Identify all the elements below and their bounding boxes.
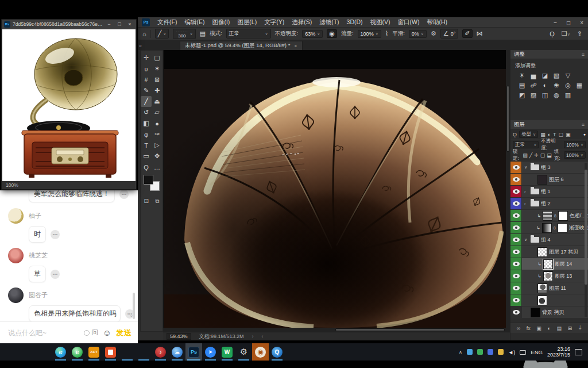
edge-browser[interactable]: e — [52, 343, 69, 361]
green-browser[interactable]: e — [69, 343, 86, 361]
layer-effects-icon[interactable]: fx — [527, 325, 531, 331]
brush-preset-picker[interactable]: ╱∨ — [155, 29, 169, 39]
layer-thumbnail[interactable] — [537, 247, 547, 257]
brush-tool[interactable]: ╱ — [141, 96, 152, 107]
group-expand-arrow[interactable]: › — [524, 202, 529, 206]
avatar[interactable] — [8, 248, 24, 263]
remote-app[interactable]: ➤ — [202, 343, 219, 361]
marquee-tool[interactable]: ▢ — [152, 52, 163, 63]
layer-row[interactable]: ∨ ↳ 8 组 3 — [510, 162, 588, 174]
eraser-tool[interactable]: ▱ — [152, 107, 163, 118]
vibrance-icon[interactable]: ▽ — [564, 72, 572, 79]
settings-app[interactable]: ⚙ — [235, 343, 252, 361]
type-tool[interactable]: T — [141, 140, 152, 151]
lock-artboard-icon[interactable]: ▢ — [540, 152, 546, 158]
brush-settings-panel-icon[interactable]: ▤ — [200, 30, 206, 37]
tray-app-icon-blue[interactable] — [467, 349, 473, 355]
layer-row[interactable]: ∨ ↳ 8 组 4 — [510, 234, 588, 246]
layer-thumbnail[interactable] — [537, 175, 547, 185]
close-icon[interactable]: × — [580, 20, 583, 26]
menu-item[interactable]: 3D(D) — [347, 18, 363, 26]
lock-transparent-pixels-icon[interactable]: ▨ — [523, 152, 528, 158]
brush-angle-field[interactable]: ∠0° — [440, 29, 458, 39]
move-tool[interactable]: ✛ — [141, 52, 152, 63]
lock-all-icon[interactable]: ⬓ — [547, 152, 552, 158]
tray-app-icon-indigo[interactable] — [488, 349, 493, 355]
menu-item[interactable]: 文字(Y) — [264, 18, 284, 26]
layer-row[interactable]: ↳ 8 图层 13 — [510, 270, 588, 282]
smoothing-select[interactable]: 0%∨ — [409, 30, 427, 38]
layer-thumbnail[interactable] — [542, 223, 552, 233]
clone-stamp-tool[interactable]: ⏏ — [152, 96, 163, 107]
close-tab-icon[interactable]: × — [294, 43, 297, 49]
filter-type-select[interactable]: 类型∨ — [519, 131, 538, 138]
layers-panel-header[interactable]: 图层 ≡ — [510, 120, 588, 129]
eyedropper-tool[interactable]: ✎ — [141, 85, 152, 96]
layer-visibility-toggle[interactable] — [510, 234, 522, 246]
color-balance-icon[interactable]: ☍ — [529, 82, 537, 89]
layer-mask-thumbnail[interactable] — [558, 211, 568, 221]
canvas-horizontal-scrollbar[interactable] — [163, 328, 510, 332]
edit-toolbar[interactable]: … — [152, 162, 163, 172]
shape-tool[interactable]: ▭ — [141, 151, 152, 162]
network-icon[interactable] — [520, 350, 526, 355]
layer-visibility-toggle[interactable] — [510, 162, 522, 173]
posterize-icon[interactable]: ▨ — [529, 91, 537, 99]
threshold-icon[interactable]: ◫ — [541, 91, 549, 99]
reference-image-window[interactable]: Ps 7dd5b99c4bf08658d1a059baab56c76e.jpg … — [1, 19, 137, 190]
live-assistant-app[interactable]: ◉ — [252, 343, 269, 361]
reference-window-titlebar[interactable]: Ps 7dd5b99c4bf08658d1a059baab56c76e.jpg … — [2, 20, 136, 29]
layer-visibility-toggle[interactable] — [510, 258, 522, 270]
levels-icon[interactable]: ▅ — [529, 72, 537, 79]
filter-type-layers-icon[interactable]: T — [553, 132, 556, 137]
tray-app-icon-yellow[interactable] — [498, 349, 504, 355]
crop-tool[interactable]: # — [141, 74, 152, 85]
zoom-tool[interactable]: Ǫ — [141, 162, 152, 172]
panel-menu-icon[interactable]: ≡ — [582, 52, 585, 57]
pressure-opacity-icon[interactable]: ◉ — [327, 29, 337, 38]
message-menu-button[interactable]: ••• — [119, 190, 129, 199]
tray-expand-icon[interactable]: ∧ — [459, 350, 462, 355]
message-menu-button[interactable]: ••• — [51, 270, 60, 279]
chat-message-list[interactable]: 美军怎么能够临阵脱逃！ ••• 柚子 时 ••• 桃芝芝 — [0, 190, 138, 321]
layer-visibility-toggle[interactable] — [510, 186, 522, 197]
layer-name[interactable]: 图层 13 — [555, 273, 572, 280]
layer-name[interactable]: 背景 拷贝 — [542, 309, 564, 316]
im-app[interactable]: Q — [269, 343, 285, 361]
notification-center-icon[interactable] — [575, 349, 582, 355]
emoji-icon[interactable]: ☺ — [103, 328, 111, 338]
search-icon[interactable]: Ǫ — [550, 30, 555, 37]
message-menu-button[interactable]: ••• — [51, 230, 60, 239]
new-layer-icon[interactable]: ⊞ — [568, 325, 572, 331]
lock-image-pixels-icon[interactable]: ╱ — [529, 152, 532, 158]
brush-size-picker[interactable]: ·······300 ∨ — [173, 29, 195, 39]
foreground-color-swatch[interactable] — [144, 175, 153, 185]
menu-item[interactable]: 滤镜(T) — [319, 18, 339, 26]
layer-thumbnail[interactable] — [537, 296, 547, 305]
layer-thumbnail[interactable] — [543, 271, 553, 281]
layer-visibility-toggle[interactable] — [510, 210, 522, 221]
avatar[interactable] — [8, 208, 24, 224]
gear-icon[interactable]: ⚙ — [431, 30, 436, 37]
taskbar-clock[interactable]: 23:16 2023/7/15 — [547, 346, 570, 358]
restore-icon[interactable]: □ — [567, 20, 570, 26]
flow-select[interactable]: 100%∨ — [358, 30, 381, 38]
layer-row[interactable]: ↳ 8 图层 6 — [510, 174, 588, 186]
lock-position-icon[interactable]: ✛ — [534, 152, 539, 158]
layer-name[interactable]: 图层 11 — [549, 285, 566, 292]
color-lookup-icon[interactable]: ▦ — [575, 82, 583, 89]
layer-name[interactable]: 组 3 — [541, 164, 551, 171]
photoshop-app[interactable]: Ps — [185, 343, 202, 361]
black-white-icon[interactable]: ◐ — [541, 82, 549, 89]
filter-toggle-icon[interactable]: ● — [583, 132, 586, 136]
group-expand-arrow[interactable]: ∨ — [524, 165, 529, 170]
status-popup-icon[interactable]: › — [252, 334, 254, 339]
layer-row[interactable]: ↳ 8 图层 17 拷贝 — [510, 246, 588, 258]
firefox-browser[interactable] — [136, 343, 152, 361]
blur-tool[interactable]: ● — [152, 118, 163, 129]
brightness-contrast-icon[interactable]: ☀ — [518, 72, 526, 79]
minimize-icon[interactable]: − — [554, 20, 557, 26]
chat-input[interactable] — [8, 329, 79, 337]
pressure-size-icon[interactable]: ✐ — [462, 29, 472, 38]
blend-mode-select[interactable]: 正常∨ — [226, 29, 271, 39]
